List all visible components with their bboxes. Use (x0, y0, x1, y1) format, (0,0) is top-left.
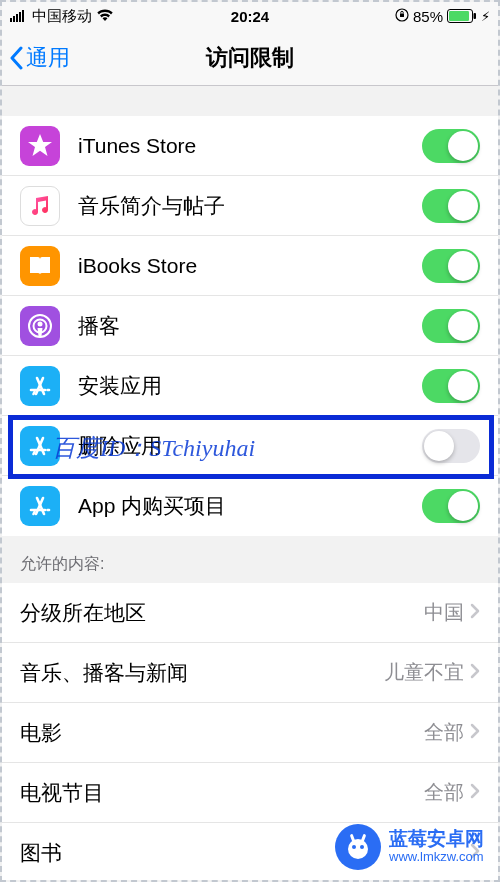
podcasts-icon (20, 306, 60, 346)
restriction-toggle[interactable] (422, 309, 480, 343)
restriction-row: 删除应用 (2, 416, 498, 476)
status-bar: 中国移动 20:24 85% ⚡︎ (2, 2, 498, 30)
restriction-toggle[interactable] (422, 369, 480, 403)
content-row[interactable]: 电影全部 (2, 703, 498, 763)
chevron-right-icon (470, 663, 480, 683)
restriction-toggle[interactable] (422, 129, 480, 163)
svg-rect-9 (474, 13, 477, 19)
restriction-toggle[interactable] (422, 249, 480, 283)
svg-point-29 (348, 839, 368, 859)
svg-line-28 (34, 512, 35, 514)
restriction-label: 播客 (78, 312, 422, 340)
content-row[interactable]: 音乐、播客与新闻儿童不宜 (2, 643, 498, 703)
back-button[interactable]: 通用 (8, 43, 70, 73)
chevron-right-icon (470, 783, 480, 803)
svg-point-13 (38, 321, 43, 326)
brand-name: 蓝莓安卓网 (389, 829, 484, 850)
svg-rect-32 (350, 834, 356, 843)
svg-line-18 (34, 392, 35, 394)
restriction-row: iBooks Store (2, 236, 498, 296)
restriction-row: iTunes Store (2, 116, 498, 176)
restriction-label: 音乐简介与帖子 (78, 192, 422, 220)
svg-rect-3 (19, 12, 21, 22)
content-row-value: 全部 (424, 779, 464, 806)
battery-icon (447, 9, 477, 23)
content-row-value: 全部 (424, 719, 464, 746)
orientation-lock-icon (395, 8, 409, 25)
svg-rect-8 (449, 11, 469, 21)
ibooks-icon (20, 246, 60, 286)
content-row[interactable]: 电视节目全部 (2, 763, 498, 823)
brand-overlay: 蓝莓安卓网 www.lmkzw.com (335, 824, 484, 870)
content-row-label: 音乐、播客与新闻 (20, 659, 384, 687)
chevron-left-icon (8, 46, 24, 70)
restriction-toggle[interactable] (422, 429, 480, 463)
svg-line-23 (34, 452, 35, 454)
svg-rect-1 (13, 16, 15, 22)
chevron-right-icon (470, 603, 480, 623)
page-title: 访问限制 (206, 43, 294, 73)
brand-url: www.lmkzw.com (389, 850, 484, 864)
content-row-value: 中国 (424, 599, 464, 626)
appstore-icon (20, 366, 60, 406)
battery-percentage: 85% (413, 8, 443, 25)
svg-rect-4 (22, 10, 24, 22)
wifi-icon (96, 8, 114, 25)
restriction-label: App 内购买项目 (78, 492, 422, 520)
status-time: 20:24 (231, 8, 269, 25)
svg-marker-10 (28, 134, 52, 156)
charging-icon: ⚡︎ (481, 9, 490, 24)
svg-rect-6 (400, 13, 404, 17)
restriction-label: 安装应用 (78, 372, 422, 400)
content-row[interactable]: 分级所在地区中国 (2, 583, 498, 643)
svg-rect-2 (16, 14, 18, 22)
restriction-label: iTunes Store (78, 134, 422, 158)
restriction-row: 安装应用 (2, 356, 498, 416)
content-row-value: 儿童不宜 (384, 659, 464, 686)
restriction-toggle[interactable] (422, 189, 480, 223)
restriction-row: 音乐简介与帖子 (2, 176, 498, 236)
svg-point-31 (360, 845, 364, 849)
back-label: 通用 (26, 43, 70, 73)
content-row-label: 分级所在地区 (20, 599, 424, 627)
music-icon (20, 186, 60, 226)
content-row-label: 电影 (20, 719, 424, 747)
restriction-toggle[interactable] (422, 489, 480, 523)
appstore-icon (20, 426, 60, 466)
nav-bar: 通用 访问限制 (2, 30, 498, 86)
restriction-row: 播客 (2, 296, 498, 356)
signal-icon (10, 8, 28, 25)
brand-logo-icon (335, 824, 381, 870)
svg-rect-33 (361, 834, 367, 843)
itunes-icon (20, 126, 60, 166)
restriction-label: iBooks Store (78, 254, 422, 278)
restriction-label: 删除应用 (78, 432, 422, 460)
chevron-right-icon (470, 723, 480, 743)
svg-rect-0 (10, 18, 12, 22)
restriction-row: App 内购买项目 (2, 476, 498, 536)
restrictions-toggle-list: iTunes Store音乐简介与帖子iBooks Store播客安装应用删除应… (2, 116, 498, 536)
appstore-icon (20, 486, 60, 526)
carrier-label: 中国移动 (32, 7, 92, 26)
content-row-label: 电视节目 (20, 779, 424, 807)
allowed-content-header: 允许的内容: (2, 536, 498, 583)
svg-point-30 (352, 845, 356, 849)
